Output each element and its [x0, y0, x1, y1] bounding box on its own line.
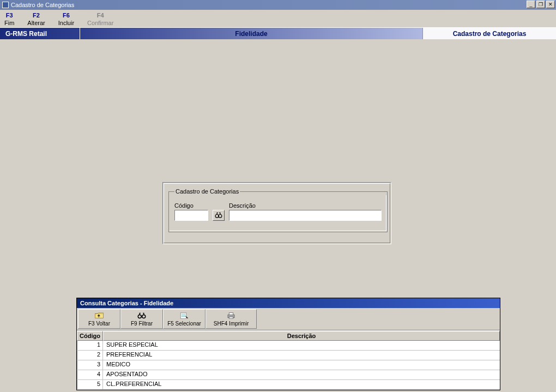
codigo-input[interactable]: [174, 210, 208, 221]
binoculars-icon: [215, 212, 222, 219]
window-title: Cadastro de Categorias: [11, 2, 74, 8]
toolbar-label: F9 Filtrar: [131, 321, 153, 327]
fkey-key: F2: [27, 12, 45, 19]
cadastro-fieldset: Cadastro de Categorias Código: [168, 188, 388, 232]
svg-point-1: [219, 214, 222, 218]
cell-descricao: MEDICO: [103, 360, 500, 370]
toolbar-voltar[interactable]: F3 Voltar: [78, 309, 120, 329]
cell-descricao: SUPER ESPECIAL: [103, 341, 500, 350]
fkey-label: Confirmar: [87, 20, 113, 26]
fkey-label: Fim: [4, 20, 14, 26]
svg-point-4: [142, 315, 146, 318]
svg-point-3: [138, 315, 141, 318]
consulta-title: Consulta Categorias - Fidelidade: [77, 298, 500, 308]
close-button[interactable]: ✕: [546, 1, 555, 8]
table-row[interactable]: 4 APOSENTADO: [77, 370, 500, 380]
descricao-label: Descrição: [229, 202, 382, 209]
fkey-label: Alterar: [27, 20, 45, 26]
select-icon: [179, 312, 189, 319]
fkey-confirmar: F4 Confirmar: [87, 12, 113, 26]
descricao-input[interactable]: [229, 210, 382, 221]
header-module-name: Fidelidade: [80, 28, 422, 39]
table-row[interactable]: 5 CL.PREFERENCIAL: [77, 380, 500, 390]
fieldset-legend: Cadastro de Categorias: [174, 188, 240, 195]
fkey-fim[interactable]: F3 Fim: [4, 12, 14, 26]
minimize-button[interactable]: _: [527, 1, 535, 8]
toolbar-imprimir[interactable]: SHF4 Imprimir: [206, 309, 257, 329]
fkey-label: Incluir: [58, 20, 74, 26]
svg-rect-2: [95, 313, 104, 318]
table-row[interactable]: 1 SUPER ESPECIAL: [77, 341, 500, 351]
binoculars-icon: [137, 312, 147, 319]
toolbar-label: F3 Voltar: [88, 321, 110, 327]
toolbar-label: F5 Selecionar: [167, 321, 201, 327]
svg-rect-7: [229, 312, 233, 315]
app-icon: [2, 2, 9, 8]
grid-header: Código Descrição: [77, 331, 500, 341]
svg-rect-5: [180, 312, 186, 318]
header-strip: G-RMS Retail Fidelidade Cadastro de Cate…: [0, 27, 556, 39]
cell-codigo: 2: [77, 351, 103, 360]
fkey-incluir[interactable]: F6 Incluir: [58, 12, 74, 26]
header-screen-name: Cadastro de Categorias: [422, 28, 556, 39]
cell-descricao: PREFERENCIAL: [103, 351, 500, 360]
column-header-codigo[interactable]: Código: [77, 331, 103, 341]
cadastro-panel: Cadastro de Categorias Código: [162, 182, 391, 244]
fkey-key: F6: [58, 12, 74, 19]
workspace: Cadastro de Categorias Código: [0, 39, 556, 384]
cell-descricao: CL.PREFERENCIAL: [103, 380, 500, 389]
column-header-descricao[interactable]: Descrição: [103, 331, 500, 341]
cell-descricao: APOSENTADO: [103, 370, 500, 379]
svg-point-0: [215, 214, 219, 218]
codigo-label: Código: [174, 202, 208, 209]
consulta-window: Consulta Categorias - Fidelidade F3 Volt…: [76, 298, 500, 390]
printer-icon: [226, 312, 236, 319]
folder-up-icon: [94, 312, 104, 319]
window-titlebar: Cadastro de Categorias _ ❐ ✕: [0, 0, 556, 10]
fkey-alterar[interactable]: F2 Alterar: [27, 12, 45, 26]
toolbar-label: SHF4 Imprimir: [214, 321, 249, 327]
consulta-grid: Código Descrição 1 SUPER ESPECIAL 2 PREF…: [77, 330, 500, 390]
fkey-key: F3: [4, 12, 14, 19]
cell-codigo: 4: [77, 370, 103, 379]
grid-body: 1 SUPER ESPECIAL 2 PREFERENCIAL 3 MEDICO…: [77, 341, 500, 390]
svg-rect-8: [229, 317, 233, 318]
restore-button[interactable]: ❐: [536, 1, 545, 8]
table-row[interactable]: 3 MEDICO: [77, 360, 500, 370]
cell-codigo: 1: [77, 341, 103, 350]
toolbar-filtrar[interactable]: F9 Filtrar: [120, 309, 163, 329]
consulta-toolbar: F3 Voltar F9 Filtrar F5 Selecionar: [77, 308, 500, 330]
cell-codigo: 3: [77, 360, 103, 370]
fkey-key: F4: [87, 12, 113, 19]
table-row[interactable]: 2 PREFERENCIAL: [77, 351, 500, 360]
toolbar-selecionar[interactable]: F5 Selecionar: [163, 309, 206, 329]
search-button[interactable]: [213, 210, 225, 221]
header-app-name: G-RMS Retail: [0, 28, 80, 39]
fkey-toolbar: F3 Fim F2 Alterar F6 Incluir F4 Confirma…: [0, 10, 556, 27]
cell-codigo: 5: [77, 380, 103, 389]
